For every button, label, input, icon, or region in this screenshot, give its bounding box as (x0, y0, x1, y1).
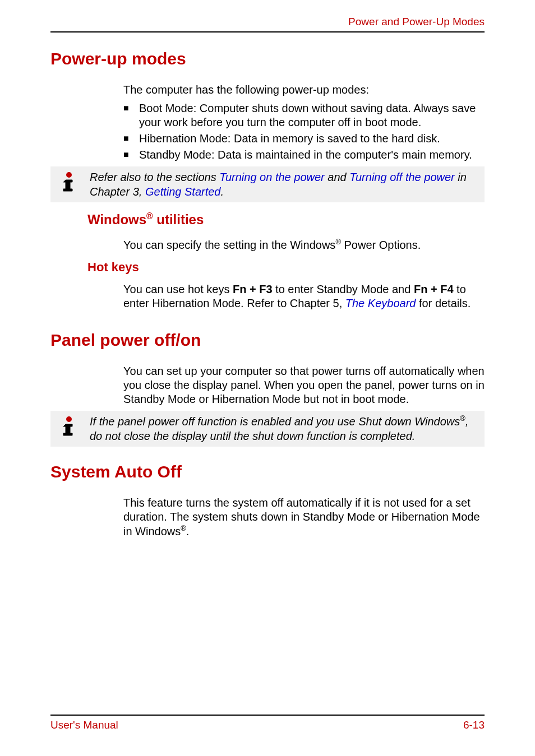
link-turning-off-power[interactable]: Turning off the power (349, 171, 455, 183)
note-text-segment: If the panel power off function is enabl… (90, 415, 460, 428)
heading-segment: utilities (153, 212, 204, 227)
note-text-1: Refer also to the sections Turning on th… (87, 170, 478, 199)
power-up-bullets: Boot Mode: Computer shuts down without s… (123, 101, 485, 162)
svg-point-0 (66, 172, 72, 178)
note-text-segment: and (325, 171, 349, 183)
header-section-title: Power and Power-Up Modes (50, 0, 485, 28)
registered-mark: ® (181, 524, 186, 532)
note-text-segment: Refer also to the sections (90, 171, 219, 183)
info-icon (50, 170, 87, 193)
footer-manual-label: User's Manual (50, 719, 118, 731)
body-segment: . (186, 525, 190, 537)
hotkey-fn-f4: Fn + F4 (414, 283, 454, 295)
note-text-segment: . (220, 185, 224, 198)
svg-point-1 (66, 416, 72, 422)
body-segment: Power Options. (341, 239, 421, 251)
link-the-keyboard[interactable]: The Keyboard (345, 297, 416, 309)
registered-mark: ® (146, 211, 153, 221)
note-box-2: If the panel power off function is enabl… (50, 411, 485, 447)
heading-windows-utilities: Windows® utilities (87, 211, 485, 228)
body-segment: This feature turns the system off automa… (123, 497, 480, 537)
panel-power-body: You can set up your computer so that pow… (123, 364, 485, 406)
link-turning-on-power[interactable]: Turning on the power (219, 171, 325, 183)
hot-keys-body: You can use hot keys Fn + F3 to enter St… (123, 282, 485, 310)
list-item: Boot Mode: Computer shuts down without s… (123, 101, 485, 129)
heading-panel-power: Panel power off/on (50, 331, 485, 350)
body-segment: You can use hot keys (123, 283, 233, 295)
body-segment: You can specify the setting in the Windo… (123, 239, 335, 251)
list-item: Hibernation Mode: Data in memory is save… (123, 132, 485, 146)
hotkey-fn-f3: Fn + F3 (233, 283, 273, 295)
page-footer: User's Manual 6-13 (50, 715, 485, 731)
header-rule (50, 31, 485, 33)
power-up-intro: The computer has the following power-up … (123, 83, 485, 97)
system-auto-off-body: This feature turns the system off automa… (123, 496, 485, 539)
note-text-2: If the panel power off function is enabl… (87, 414, 478, 443)
heading-hot-keys: Hot keys (87, 260, 485, 275)
body-segment: to enter Standby Mode and (273, 283, 414, 295)
heading-power-up-modes: Power-up modes (50, 49, 485, 68)
registered-mark: ® (335, 238, 341, 246)
info-icon (50, 414, 87, 438)
body-segment: for details. (416, 297, 471, 309)
link-getting-started[interactable]: Getting Started (145, 185, 221, 198)
footer-page-number: 6-13 (463, 719, 485, 731)
windows-utilities-body: You can specify the setting in the Windo… (123, 238, 485, 252)
footer-rule (50, 715, 485, 716)
heading-system-auto-off: System Auto Off (50, 462, 485, 481)
note-box-1: Refer also to the sections Turning on th… (50, 166, 485, 202)
registered-mark: ® (460, 414, 465, 423)
heading-segment: Windows (87, 212, 146, 227)
list-item: Standby Mode: Data is maintained in the … (123, 148, 485, 162)
